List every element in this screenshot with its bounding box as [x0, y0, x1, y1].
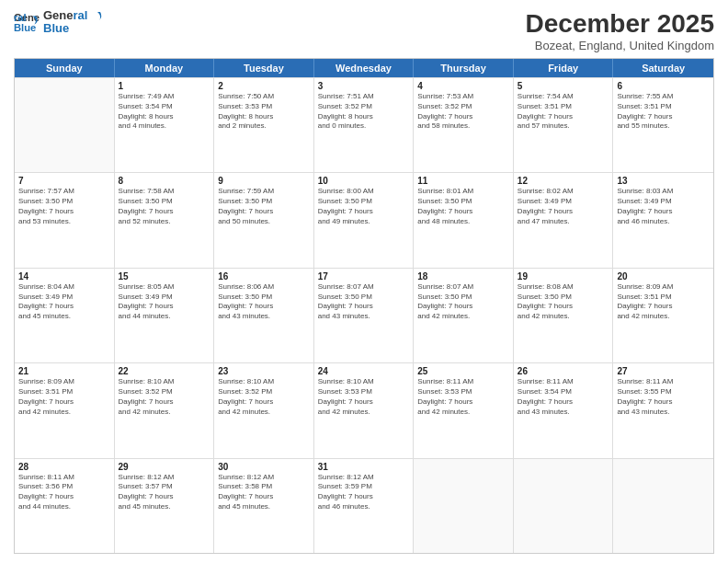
day-cell-12: 12Sunrise: 8:02 AM Sunset: 3:49 PM Dayli… — [514, 173, 614, 267]
logo-line1: General — [43, 9, 104, 22]
day-number: 26 — [518, 366, 609, 376]
day-info: Sunrise: 8:12 AM Sunset: 3:59 PM Dayligh… — [318, 473, 410, 512]
day-number: 1 — [119, 81, 210, 91]
day-number: 5 — [518, 81, 609, 91]
day-number: 21 — [18, 366, 110, 376]
day-number: 30 — [218, 462, 310, 472]
svg-text:Blue: Blue — [14, 23, 36, 34]
logo-icon: Gene ral Blue — [14, 9, 40, 35]
header-day-tuesday: Tuesday — [214, 59, 314, 77]
day-number: 3 — [318, 81, 410, 91]
header-day-wednesday: Wednesday — [314, 59, 415, 77]
day-cell-5: 5Sunrise: 7:54 AM Sunset: 3:51 PM Daylig… — [514, 78, 614, 172]
header-day-saturday: Saturday — [613, 59, 713, 77]
day-cell-26: 26Sunrise: 8:11 AM Sunset: 3:54 PM Dayli… — [514, 363, 614, 457]
calendar-week-5: 28Sunrise: 8:11 AM Sunset: 3:56 PM Dayli… — [15, 458, 713, 553]
day-number: 2 — [218, 81, 310, 91]
day-cell-11: 11Sunrise: 8:01 AM Sunset: 3:50 PM Dayli… — [414, 173, 514, 267]
day-cell-1: 1Sunrise: 7:49 AM Sunset: 3:54 PM Daylig… — [115, 78, 215, 172]
header: Gene ral Blue General Blue December 2025… — [14, 9, 714, 52]
day-info: Sunrise: 8:06 AM Sunset: 3:50 PM Dayligh… — [218, 282, 310, 322]
day-cell-15: 15Sunrise: 8:05 AM Sunset: 3:49 PM Dayli… — [115, 269, 215, 362]
day-cell-25: 25Sunrise: 8:11 AM Sunset: 3:53 PM Dayli… — [414, 363, 514, 457]
day-cell-14: 14Sunrise: 8:04 AM Sunset: 3:49 PM Dayli… — [15, 269, 115, 362]
header-day-monday: Monday — [115, 59, 215, 77]
day-cell-7: 7Sunrise: 7:57 AM Sunset: 3:50 PM Daylig… — [15, 173, 115, 267]
day-cell-27: 27Sunrise: 8:11 AM Sunset: 3:55 PM Dayli… — [613, 363, 713, 457]
day-cell-8: 8Sunrise: 7:58 AM Sunset: 3:50 PM Daylig… — [115, 173, 215, 267]
day-number: 9 — [218, 176, 310, 186]
day-number: 31 — [318, 462, 410, 472]
day-number: 15 — [119, 271, 210, 282]
day-info: Sunrise: 8:11 AM Sunset: 3:53 PM Dayligh… — [417, 377, 509, 417]
day-cell-30: 30Sunrise: 8:12 AM Sunset: 3:58 PM Dayli… — [214, 459, 314, 553]
day-number: 23 — [218, 366, 310, 376]
empty-cell — [15, 78, 115, 172]
day-info: Sunrise: 8:11 AM Sunset: 3:55 PM Dayligh… — [617, 377, 710, 417]
day-info: Sunrise: 7:55 AM Sunset: 3:51 PM Dayligh… — [617, 92, 710, 132]
day-number: 10 — [318, 176, 410, 186]
day-cell-24: 24Sunrise: 8:10 AM Sunset: 3:53 PM Dayli… — [314, 363, 415, 457]
day-info: Sunrise: 8:10 AM Sunset: 3:53 PM Dayligh… — [318, 377, 410, 417]
svg-text:ral: ral — [14, 12, 27, 23]
calendar-week-4: 21Sunrise: 8:09 AM Sunset: 3:51 PM Dayli… — [15, 362, 713, 457]
day-cell-3: 3Sunrise: 7:51 AM Sunset: 3:52 PM Daylig… — [314, 78, 415, 172]
calendar: SundayMondayTuesdayWednesdayThursdayFrid… — [14, 58, 714, 554]
location-subtitle: Bozeat, England, United Kingdom — [526, 39, 714, 52]
empty-cell — [414, 459, 514, 553]
day-number: 13 — [617, 176, 710, 186]
day-number: 7 — [18, 176, 110, 186]
day-info: Sunrise: 8:10 AM Sunset: 3:52 PM Dayligh… — [119, 377, 210, 417]
day-cell-31: 31Sunrise: 8:12 AM Sunset: 3:59 PM Dayli… — [314, 459, 415, 553]
header-day-thursday: Thursday — [414, 59, 514, 77]
header-day-friday: Friday — [514, 59, 614, 77]
title-block: December 2025 Bozeat, England, United Ki… — [526, 9, 714, 52]
day-number: 18 — [417, 271, 509, 282]
day-cell-4: 4Sunrise: 7:53 AM Sunset: 3:52 PM Daylig… — [414, 78, 514, 172]
day-info: Sunrise: 7:49 AM Sunset: 3:54 PM Dayligh… — [119, 92, 210, 132]
day-number: 27 — [617, 366, 710, 376]
page: Gene ral Blue General Blue December 2025… — [0, 0, 728, 563]
day-info: Sunrise: 8:05 AM Sunset: 3:49 PM Dayligh… — [119, 282, 210, 322]
day-info: Sunrise: 7:59 AM Sunset: 3:50 PM Dayligh… — [218, 187, 310, 226]
day-cell-28: 28Sunrise: 8:11 AM Sunset: 3:56 PM Dayli… — [15, 459, 115, 553]
day-info: Sunrise: 7:53 AM Sunset: 3:52 PM Dayligh… — [417, 92, 509, 132]
day-number: 11 — [417, 176, 509, 186]
day-cell-2: 2Sunrise: 7:50 AM Sunset: 3:53 PM Daylig… — [214, 78, 314, 172]
day-cell-16: 16Sunrise: 8:06 AM Sunset: 3:50 PM Dayli… — [214, 269, 314, 362]
day-cell-22: 22Sunrise: 8:10 AM Sunset: 3:52 PM Dayli… — [115, 363, 215, 457]
day-number: 22 — [119, 366, 210, 376]
day-cell-29: 29Sunrise: 8:12 AM Sunset: 3:57 PM Dayli… — [115, 459, 215, 553]
day-number: 20 — [617, 271, 710, 282]
day-info: Sunrise: 8:09 AM Sunset: 3:51 PM Dayligh… — [18, 377, 110, 417]
day-info: Sunrise: 7:51 AM Sunset: 3:52 PM Dayligh… — [318, 92, 410, 132]
calendar-week-1: 1Sunrise: 7:49 AM Sunset: 3:54 PM Daylig… — [15, 77, 713, 172]
calendar-body: 1Sunrise: 7:49 AM Sunset: 3:54 PM Daylig… — [15, 77, 713, 553]
calendar-header: SundayMondayTuesdayWednesdayThursdayFrid… — [15, 59, 713, 77]
day-cell-9: 9Sunrise: 7:59 AM Sunset: 3:50 PM Daylig… — [214, 173, 314, 267]
day-cell-13: 13Sunrise: 8:03 AM Sunset: 3:49 PM Dayli… — [613, 173, 713, 267]
day-info: Sunrise: 8:04 AM Sunset: 3:49 PM Dayligh… — [18, 282, 110, 322]
calendar-week-3: 14Sunrise: 8:04 AM Sunset: 3:49 PM Dayli… — [15, 268, 713, 362]
day-number: 17 — [318, 271, 410, 282]
day-number: 4 — [417, 81, 509, 91]
empty-cell — [613, 459, 713, 553]
day-info: Sunrise: 8:11 AM Sunset: 3:54 PM Dayligh… — [518, 377, 609, 417]
calendar-week-2: 7Sunrise: 7:57 AM Sunset: 3:50 PM Daylig… — [15, 172, 713, 267]
day-info: Sunrise: 8:01 AM Sunset: 3:50 PM Dayligh… — [417, 187, 509, 226]
day-info: Sunrise: 8:09 AM Sunset: 3:51 PM Dayligh… — [617, 282, 710, 322]
day-cell-19: 19Sunrise: 8:08 AM Sunset: 3:50 PM Dayli… — [514, 269, 614, 362]
month-title: December 2025 — [526, 9, 714, 39]
day-cell-6: 6Sunrise: 7:55 AM Sunset: 3:51 PM Daylig… — [613, 78, 713, 172]
day-cell-23: 23Sunrise: 8:10 AM Sunset: 3:52 PM Dayli… — [214, 363, 314, 457]
day-number: 28 — [18, 462, 110, 472]
day-cell-17: 17Sunrise: 8:07 AM Sunset: 3:50 PM Dayli… — [314, 269, 415, 362]
day-cell-21: 21Sunrise: 8:09 AM Sunset: 3:51 PM Dayli… — [15, 363, 115, 457]
day-info: Sunrise: 8:12 AM Sunset: 3:58 PM Dayligh… — [218, 473, 310, 512]
logo-line2: Blue — [43, 22, 104, 35]
logo: Gene ral Blue General Blue — [14, 9, 104, 36]
day-number: 12 — [518, 176, 609, 186]
day-number: 6 — [617, 81, 710, 91]
day-info: Sunrise: 8:07 AM Sunset: 3:50 PM Dayligh… — [318, 282, 410, 322]
day-info: Sunrise: 8:12 AM Sunset: 3:57 PM Dayligh… — [119, 473, 210, 512]
